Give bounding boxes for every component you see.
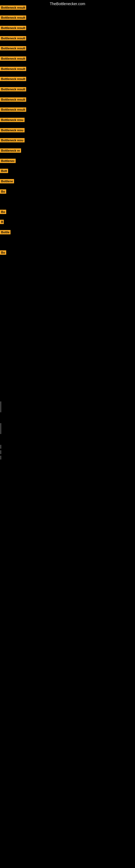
bottleneck-badge: Bottleneck result	[0, 107, 26, 112]
vertical-line-2	[1, 445, 1, 448]
bottleneck-badge-container-17: Bottlene	[0, 179, 14, 184]
bottleneck-badge-container-14: Bottleneck re	[0, 148, 21, 154]
bottleneck-badge: Bottleneck result	[0, 87, 26, 91]
bottleneck-badge: B	[0, 220, 4, 224]
vertical-line-0	[1, 401, 1, 412]
bottleneck-badge: Bottleneck result	[0, 77, 26, 81]
bottleneck-badge: Bottleneck result	[0, 26, 26, 30]
vertical-line-1	[1, 423, 1, 434]
bottleneck-badge-container-5: Bottleneck result	[0, 56, 26, 62]
bottleneck-badge: Bottleneck resu	[0, 118, 25, 122]
bottleneck-badge-container-2: Bottleneck result	[0, 26, 26, 31]
bottleneck-badge: Bottle	[0, 230, 10, 235]
bottleneck-badge-container-6: Bottleneck result	[0, 67, 26, 72]
bottleneck-badge-container-11: Bottleneck resu	[0, 118, 25, 123]
bottleneck-badge: Bottleneck resu	[0, 128, 25, 132]
bottleneck-badge-container-9: Bottleneck result	[0, 97, 26, 103]
bottleneck-badge: Bottleneck re	[0, 148, 21, 153]
bottleneck-badge-container-13: Bottleneck resu	[0, 138, 25, 144]
bottleneck-badge-container-20: B	[0, 220, 4, 225]
bottleneck-badge-container-22: Bo	[0, 250, 6, 256]
bottleneck-badge-container-12: Bottleneck resu	[0, 128, 25, 133]
bottleneck-badge-container-16: Bott	[0, 169, 8, 174]
bottleneck-badge-container-3: Bottleneck result	[0, 36, 26, 41]
bottleneck-badge-container-0: Bottleneck result	[0, 5, 26, 11]
bottleneck-badge: Bottleneck resu	[0, 138, 25, 143]
bottleneck-badge: Bottlenec	[0, 159, 16, 163]
bottleneck-badge: Bo	[0, 250, 6, 255]
bottleneck-badge: Bottleneck result	[0, 67, 26, 71]
vertical-line-3	[1, 450, 1, 454]
bottleneck-badge: Bott	[0, 169, 8, 173]
bottleneck-badge: Bottleneck result	[0, 56, 26, 61]
bottleneck-badge: Bo	[0, 189, 6, 194]
bottleneck-badge-container-10: Bottleneck result	[0, 107, 26, 113]
bottleneck-badge: Bottleneck result	[0, 16, 26, 20]
bottleneck-badge-container-18: Bo	[0, 189, 6, 195]
bottleneck-badge: Bottleneck result	[0, 97, 26, 102]
vertical-line-4	[1, 456, 1, 460]
bottleneck-badge-container-1: Bottleneck result	[0, 16, 26, 21]
bottleneck-badge: Bo	[0, 210, 6, 214]
bottleneck-badge-container-4: Bottleneck result	[0, 46, 26, 52]
bottleneck-badge-container-19: Bo	[0, 210, 6, 215]
bottleneck-badge: Bottleneck result	[0, 46, 26, 51]
bottleneck-badge-container-7: Bottleneck result	[0, 77, 26, 82]
bottleneck-badge: Bottlene	[0, 179, 14, 183]
bottleneck-badge: Bottleneck result	[0, 36, 26, 40]
bottleneck-badge: Bottleneck result	[0, 5, 26, 10]
bottleneck-badge-container-15: Bottlenec	[0, 159, 16, 164]
bottleneck-badge-container-8: Bottleneck result	[0, 87, 26, 93]
bottleneck-badge-container-21: Bottle	[0, 230, 10, 236]
